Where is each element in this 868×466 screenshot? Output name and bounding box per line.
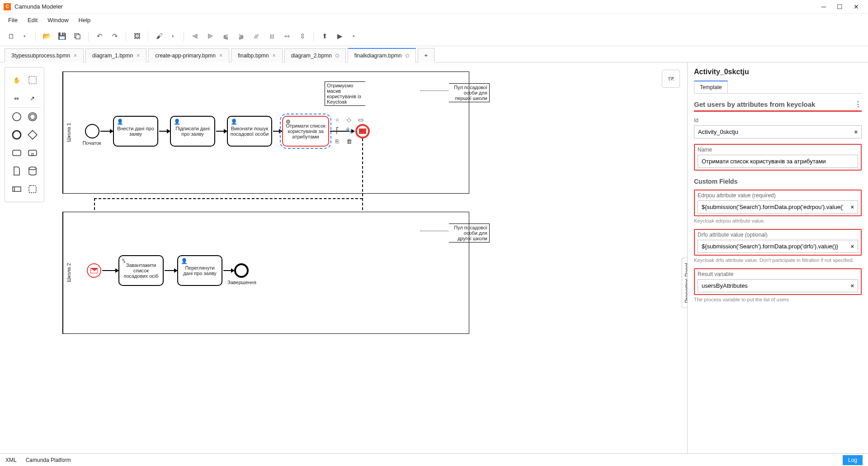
dirty-indicator-icon [335, 54, 339, 57]
pool-icon[interactable] [10, 183, 23, 195]
tab-template[interactable]: Template [694, 81, 728, 93]
user-task-icon: 👤 [174, 119, 180, 125]
section-menu-icon[interactable]: ⋮ [854, 100, 862, 109]
tab-3typessubprocess[interactable]: 3typessubprocess.bpmn× [5, 48, 84, 62]
clear-icon[interactable]: × [850, 128, 861, 135]
run-icon[interactable]: ▶ [334, 30, 346, 43]
gateway-icon[interactable] [26, 128, 38, 141]
align-right-icon[interactable]: ⫹ [219, 30, 232, 43]
task-search-official[interactable]: 👤Виконати пошук посадової особи [227, 116, 272, 147]
align-top-icon[interactable]: ⫺ [235, 30, 247, 43]
tab-create-app-primary[interactable]: create-app-primary.bpmn× [148, 48, 229, 62]
menu-window[interactable]: Window [43, 15, 73, 25]
cp-change-type-icon[interactable]: 🔧 [344, 126, 354, 135]
message-start-event[interactable] [87, 263, 101, 278]
annotation-keycloak-array[interactable]: Отримуємо масив користувачів із Keycloak [325, 81, 365, 106]
drfo-input[interactable] [698, 240, 847, 252]
tab-diagram2[interactable]: diagram_2.bpmn [284, 48, 346, 62]
deploy-icon[interactable]: ⬆ [318, 30, 331, 43]
menu-help[interactable]: Help [74, 15, 95, 25]
log-button[interactable]: Log [843, 455, 863, 465]
id-input[interactable] [694, 126, 850, 138]
clear-icon[interactable]: × [847, 204, 858, 210]
task-icon[interactable] [10, 147, 23, 159]
end-event[interactable] [234, 263, 249, 278]
close-icon[interactable]: × [137, 52, 140, 59]
close-icon[interactable]: × [273, 52, 276, 59]
cp-append-task-icon[interactable]: ▭ [356, 115, 365, 124]
image-icon[interactable]: 🖼 [131, 30, 143, 43]
save-icon[interactable]: 💾 [56, 30, 68, 43]
minimize-button[interactable]: ─ [821, 3, 826, 10]
open-icon[interactable]: 📂 [40, 30, 53, 43]
add-tab-button[interactable]: + [418, 48, 435, 62]
field-id: Id × [694, 117, 862, 138]
cp-delete-icon[interactable]: 🗑 [344, 137, 354, 146]
data-object-icon[interactable] [10, 165, 23, 177]
name-label: Name [698, 147, 858, 153]
status-platform[interactable]: Camunda Platform [26, 457, 71, 463]
close-button[interactable]: ✕ [854, 3, 859, 10]
document-tabs: 3typessubprocess.bpmn× diagram_1.bpmn× c… [0, 46, 868, 62]
user-task-icon: 👤 [181, 258, 188, 264]
canvas[interactable]: Школа 1 Початок 👤Внести дані про заяву 👤… [44, 62, 687, 453]
new-file-caret[interactable]: ▾ [18, 30, 31, 43]
window-controls: ─ ☐ ✕ [821, 3, 864, 10]
task-sign-data[interactable]: 👤Підписати дані про заяву [170, 116, 215, 147]
group-icon[interactable] [26, 183, 38, 195]
cp-append-event-icon[interactable]: ○ [333, 115, 342, 124]
space-tool-icon[interactable]: ⇔ [10, 92, 23, 105]
tab-diagram1[interactable]: diagram_1.bpmn× [85, 48, 146, 62]
align-bottom-icon[interactable]: ⫼ [265, 30, 278, 43]
connect-tool-icon[interactable]: ↗ [26, 92, 38, 105]
task-get-users-by-attributes[interactable]: ⚙Отримати список користувачів за атрибут… [282, 116, 329, 147]
align-middle-icon[interactable]: ⫻ [250, 30, 263, 43]
cp-attach-icon[interactable]: ⎘ [333, 137, 342, 146]
menu-edit[interactable]: Edit [23, 15, 42, 25]
cp-connect-icon[interactable]: → [356, 126, 365, 135]
minimap-toggle[interactable]: 🗺 [662, 70, 680, 88]
properties-panel: Activity_0skctju Template Get users by a… [687, 62, 868, 453]
clear-icon[interactable]: × [847, 282, 858, 289]
lasso-tool-icon[interactable] [26, 74, 38, 86]
cp-annotation-icon[interactable]: ⎡ [333, 126, 342, 135]
new-file-icon[interactable]: 🗋 [5, 30, 17, 43]
tab-finalkdiagram[interactable]: finalkdiagram.bpmn [348, 48, 416, 62]
name-input[interactable] [698, 155, 858, 167]
close-icon[interactable]: × [74, 52, 77, 59]
task-review-data[interactable]: 👤Переглянути дані про заяву [177, 255, 222, 286]
color-caret[interactable]: ▾ [166, 30, 179, 43]
end-event-icon[interactable] [10, 128, 23, 141]
undo-icon[interactable]: ↶ [93, 30, 106, 43]
data-store-icon[interactable] [26, 165, 38, 177]
cp-append-gateway-icon[interactable]: ◇ [344, 115, 354, 124]
task-load-officials[interactable]: 𝕊Завантажити список посадових осіб [118, 255, 164, 286]
align-center-h-icon[interactable]: ⫸ [204, 30, 217, 43]
tab-finalbp[interactable]: finalbp.bpmn× [231, 48, 283, 62]
menu-file[interactable]: File [4, 15, 22, 25]
align-left-icon[interactable]: ⫷ [189, 30, 201, 43]
result-variable-input[interactable] [698, 280, 847, 292]
clear-icon[interactable]: × [847, 243, 858, 250]
close-icon[interactable]: × [219, 52, 222, 59]
hand-tool-icon[interactable]: ✋ [10, 74, 23, 86]
save-as-icon[interactable] [71, 30, 84, 43]
task-enter-data[interactable]: 👤Внести дані про заяву [113, 116, 158, 147]
intermediate-event-icon[interactable] [26, 110, 38, 123]
redo-icon[interactable]: ↷ [108, 30, 121, 43]
maximize-button[interactable]: ☐ [837, 3, 843, 10]
distribute-v-icon[interactable]: ⇳ [296, 30, 309, 43]
subprocess-icon[interactable] [26, 147, 38, 159]
edrpou-input[interactable] [698, 201, 847, 213]
distribute-h-icon[interactable]: ⇿ [281, 30, 293, 43]
start-event[interactable] [85, 124, 99, 138]
app-title: Camunda Modeler [14, 3, 821, 10]
annotation-pool1-official[interactable]: Пул посадової особи для першої школи [449, 83, 490, 102]
status-xml[interactable]: XML [5, 457, 17, 463]
color-icon[interactable]: 🖌 [153, 30, 165, 43]
start-event-icon[interactable] [10, 110, 23, 123]
run-caret[interactable]: ▾ [347, 30, 360, 43]
tool-palette: ✋ ⇔ ↗ [5, 67, 44, 202]
properties-panel-toggle[interactable]: Properties Panel [682, 258, 687, 308]
annotation-pool2-official[interactable]: Пул посадової особи для другої школи [449, 223, 490, 243]
